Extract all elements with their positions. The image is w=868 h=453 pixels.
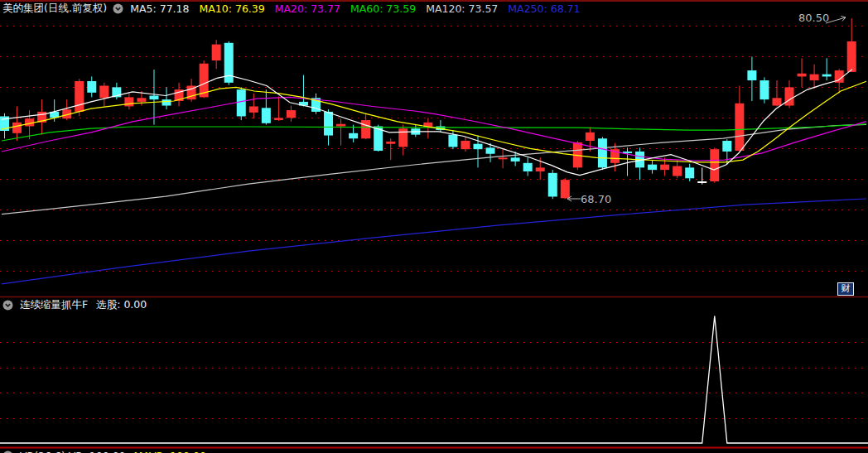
cai-finance-badge[interactable]: 财 [837,282,854,296]
mavr-value: MAVR: 100.00 [134,450,206,453]
indicator-panel-layer[interactable] [0,316,868,448]
candlestick-chart-canvas[interactable] [0,0,868,453]
indicator-spike-line [0,316,868,444]
indicator-panel-header: 连续缩量抓牛F 选股: 0.00 [2,298,147,311]
vr-panel-header-clipped: VR(26,6) VR: 100.00 MAVR: 100.00 [2,449,206,453]
ma-value-label: MA5: 77.18 [130,2,189,15]
chevron-down-icon[interactable] [2,300,13,311]
chevron-down-icon[interactable] [2,451,13,453]
vr-values: VR(26,6) VR: 100.00 [20,450,126,453]
indicator-name: 连续缩量抓牛F [20,298,88,312]
ma-value-label: MA10: 76.39 [200,2,265,15]
ma-value-label: MA120: 73.57 [426,2,498,15]
ma-value-label: MA20: 73.77 [275,2,340,15]
indicator-value: 选股: 0.00 [96,298,147,312]
ma-values-row: MA5: 77.18MA10: 76.39MA20: 73.77MA60: 73… [130,2,590,15]
high-price-label: 80.50 [798,12,829,24]
annotations-layer [0,16,868,296]
ma-value-label: MA250: 68.71 [508,2,580,15]
low-price-label: 68.70 [581,193,611,205]
tdx-app-window: 美的集团(日线.前复权) MA5: 77.18MA10: 76.39MA20: … [0,0,868,453]
ma-value-label: MA60: 73.59 [350,2,416,15]
candles-layer [0,18,856,199]
chevron-down-icon[interactable] [113,3,123,14]
chart-header: 美的集团(日线.前复权) MA5: 77.18MA10: 76.39MA20: … [2,2,591,15]
stock-title: 美的集团(日线.前复权) [2,2,107,16]
